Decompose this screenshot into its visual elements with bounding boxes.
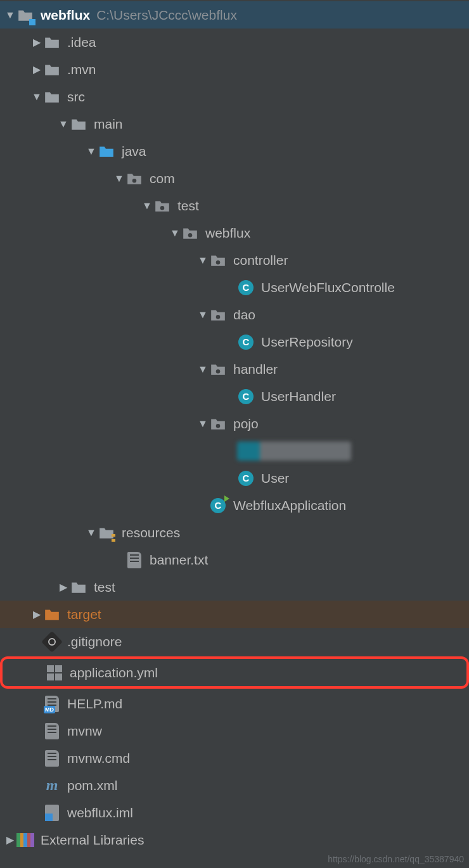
tree-item-label: src [67,89,85,105]
tree-item-root[interactable]: ▼ webflux C:\Users\JCccc\webflux [0,1,469,29]
file-icon [43,750,61,767]
tree-item-helpmd[interactable]: ▶ MD HELP.md [0,690,469,717]
tree-item-gitignore[interactable]: ▶ .gitignore [0,628,469,655]
tree-item-resources[interactable]: ▼ resources [0,519,469,546]
tree-item-mvnw[interactable]: ▶ mvnw [0,717,469,744]
project-root-path: C:\Users\JCccc\webflux [96,8,237,23]
chevron-down-icon[interactable]: ▼ [4,10,16,21]
tree-item-label: .idea [67,35,96,50]
chevron-down-icon[interactable]: ▼ [196,255,209,266]
markdown-file-icon: MD [43,695,61,713]
svg-point-4 [216,315,221,319]
tree-item-webfluximl[interactable]: ▶ webflux.iml [0,799,469,826]
file-icon [125,551,143,569]
folder-icon [43,88,61,106]
chevron-down-icon[interactable]: ▼ [85,527,98,539]
yaml-file-icon [46,664,63,682]
chevron-down-icon[interactable]: ▼ [196,418,209,430]
tree-item-label: java [122,144,146,159]
tree-item-target[interactable]: ▶ target [0,601,469,628]
chevron-right-icon[interactable]: ▶ [30,608,43,620]
tree-item-label: User [261,471,289,486]
tree-item-mvnwcmd[interactable]: ▶ mvnw.cmd [0,744,469,772]
main-class-icon: C [209,497,227,514]
tree-item-userrepository[interactable]: ▶ C UserRepository [0,328,469,355]
project-root-label: webflux [41,8,90,23]
tree-item-handler[interactable]: ▼ handler [0,355,469,383]
tree-item-redacted[interactable]: ▶ [0,437,469,464]
package-icon [125,170,143,188]
chevron-down-icon[interactable]: ▼ [196,309,209,321]
tree-item-src[interactable]: ▼ src [0,83,469,110]
tree-item-java[interactable]: ▼ java [0,137,469,165]
tree-item-label: WebfluxApplication [233,498,346,513]
tree-item-label: UserHandler [261,389,336,404]
tree-item-label: pom.xml [67,778,117,793]
chevron-down-icon[interactable]: ▼ [85,146,98,157]
chevron-right-icon[interactable]: ▶ [30,36,43,48]
module-folder-icon [16,6,34,24]
tree-item-label: test [94,580,115,595]
tree-item-pojo[interactable]: ▼ pojo [0,410,469,437]
svg-point-2 [188,233,193,238]
folder-icon [43,34,61,51]
chevron-down-icon[interactable]: ▼ [169,227,181,239]
package-icon [153,197,171,215]
tree-item-label: dao [233,307,255,322]
watermark-text: https://blog.csdn.net/qq_35387940 [328,854,464,864]
tree-item-user[interactable]: ▶ C User [0,464,469,492]
tree-item-label: .gitignore [67,634,122,649]
tree-item-test-dir[interactable]: ▶ test [0,573,469,601]
folder-icon [43,61,61,79]
tree-item-banner[interactable]: ▶ banner.txt [0,546,469,573]
tree-item-webflux-pkg[interactable]: ▼ webflux [0,219,469,246]
package-icon [209,415,227,433]
tree-item-label: UserRepository [261,335,353,350]
tree-item-label: HELP.md [67,696,122,712]
chevron-right-icon[interactable]: ▶ [57,581,70,593]
excluded-folder-icon [43,606,61,623]
svg-point-0 [132,179,137,183]
tree-item-applicationyml[interactable]: ▶ application.yml [0,656,469,689]
tree-item-label: test [177,198,199,214]
tree-item-userhandler[interactable]: ▶ C UserHandler [0,383,469,410]
tree-item-com[interactable]: ▼ com [0,165,469,192]
tree-item-controller[interactable]: ▼ controller [0,246,469,274]
tree-item-label: mvnw [67,724,102,739]
file-icon [43,722,61,740]
chevron-down-icon[interactable]: ▼ [141,200,153,212]
tree-item-label: resources [122,525,180,540]
package-icon [181,224,199,242]
package-icon [209,361,227,378]
tree-item-test-pkg[interactable]: ▼ test [0,192,469,219]
package-icon [209,252,227,269]
folder-icon [70,578,87,596]
svg-point-3 [216,260,221,265]
tree-item-label: .mvn [67,62,96,77]
tree-item-idea[interactable]: ▶ .idea [0,29,469,56]
package-icon [209,306,227,324]
tree-item-dao[interactable]: ▼ dao [0,301,469,328]
chevron-down-icon[interactable]: ▼ [57,118,70,130]
class-icon: C [237,388,255,405]
tree-item-main[interactable]: ▼ main [0,110,469,137]
tree-item-webfluxapplication[interactable]: ▶ C WebfluxApplication [0,492,469,519]
chevron-down-icon[interactable]: ▼ [113,173,125,184]
tree-item-userwebfluxcontroller[interactable]: ▶ C UserWebFluxControlle [0,274,469,301]
tree-item-label: target [67,607,101,622]
tree-item-mvn[interactable]: ▶ .mvn [0,56,469,83]
chevron-down-icon[interactable]: ▼ [196,364,209,375]
svg-point-1 [160,206,165,210]
class-icon: C [237,469,255,487]
chevron-right-icon[interactable]: ▶ [30,63,43,75]
source-folder-icon [98,143,115,160]
tree-item-external-libraries[interactable]: ▶ External Libraries [0,826,469,853]
tree-item-label: pojo [233,416,259,431]
chevron-down-icon[interactable]: ▼ [30,91,43,103]
tree-item-label: UserWebFluxControlle [261,280,395,295]
chevron-right-icon[interactable]: ▶ [4,834,16,846]
tree-item-label: controller [233,253,288,268]
tree-item-label: mvnw.cmd [67,751,130,766]
module-file-icon [43,804,61,822]
tree-item-pomxml[interactable]: ▶ m pom.xml [0,772,469,799]
